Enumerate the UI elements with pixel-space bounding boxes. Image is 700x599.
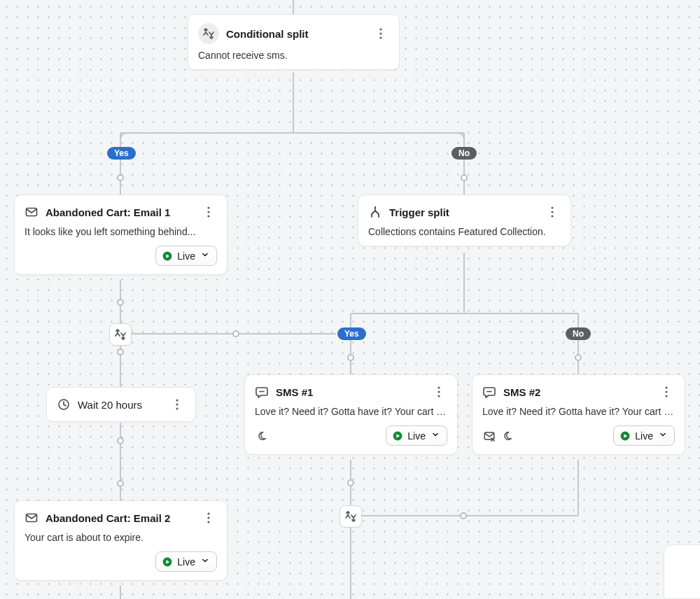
play-icon	[162, 251, 173, 262]
node-menu-button[interactable]	[430, 383, 447, 400]
status-dropdown[interactable]: Live	[155, 551, 217, 572]
branch-label-no: No	[566, 327, 591, 340]
play-icon	[162, 556, 173, 568]
node-menu-button[interactable]	[169, 396, 186, 413]
mail-skip-icon	[482, 429, 496, 443]
mail-icon	[24, 205, 38, 219]
svg-point-26	[348, 480, 354, 486]
status-label: Live	[407, 430, 426, 442]
node-trigger-split[interactable]: Trigger split Collections contains Featu…	[358, 195, 571, 246]
svg-point-24	[118, 481, 123, 486]
node-title: SMS #2	[503, 386, 651, 398]
svg-point-25	[118, 438, 123, 444]
node-title: Trigger split	[389, 206, 537, 218]
node-menu-button[interactable]	[200, 204, 217, 220]
node-menu-button[interactable]	[200, 509, 217, 526]
status-dropdown[interactable]: Live	[386, 425, 447, 446]
status-label: Live	[177, 251, 195, 262]
svg-point-17	[118, 175, 123, 181]
svg-point-19	[118, 300, 123, 305]
branch-label-yes: Yes	[337, 327, 366, 340]
minimap-panel[interactable]	[664, 544, 700, 599]
sms-icon	[482, 385, 496, 399]
svg-point-21	[118, 349, 123, 355]
moon-icon	[255, 429, 269, 443]
node-description: Cannot receive sms.	[198, 50, 389, 61]
node-menu-button[interactable]	[372, 25, 389, 42]
node-sms-2[interactable]: SMS #2 Love it? Need it? Gotta have it? …	[472, 374, 685, 455]
chevron-down-icon	[200, 555, 211, 568]
node-email-1[interactable]: Abandoned Cart: Email 1 It looks like yo…	[14, 195, 227, 275]
mail-icon	[24, 511, 38, 525]
node-conditional-split[interactable]: Conditional split Cannot receive sms.	[188, 14, 400, 70]
node-sms-1[interactable]: SMS #1 Love it? Need it? Gotta have it? …	[244, 374, 458, 455]
node-title: Conditional split	[226, 28, 365, 40]
svg-point-27	[461, 513, 466, 519]
node-description: Collections contains Featured Collection…	[368, 226, 561, 237]
status-label: Live	[635, 430, 653, 442]
branch-icon	[368, 205, 382, 219]
status-dropdown[interactable]: Live	[155, 246, 217, 266]
node-description: Love it? Need it? Gotta have it? Your ca…	[482, 406, 675, 417]
play-icon	[620, 430, 631, 442]
status-dropdown[interactable]: Live	[613, 425, 675, 446]
status-label: Live	[177, 556, 195, 568]
branch-label-no: No	[451, 147, 477, 160]
node-title: SMS #1	[276, 386, 424, 398]
split-icon	[198, 23, 219, 44]
chevron-down-icon	[200, 249, 211, 262]
node-description: It looks like you left something behind.…	[24, 226, 217, 237]
node-title: Abandoned Cart: Email 2	[46, 512, 193, 524]
svg-point-23	[575, 355, 581, 360]
node-menu-button[interactable]	[658, 383, 675, 400]
node-description: Love it? Need it? Gotta have it? Your ca…	[255, 406, 447, 417]
merge-junction[interactable]	[109, 323, 132, 346]
node-menu-button[interactable]	[544, 204, 561, 220]
node-title: Abandoned Cart: Email 1	[46, 206, 193, 218]
moon-icon	[500, 429, 514, 443]
node-description: Your cart is about to expire.	[24, 532, 217, 543]
node-email-2[interactable]: Abandoned Cart: Email 2 Your cart is abo…	[14, 500, 227, 581]
svg-point-20	[233, 331, 239, 337]
branch-label-yes: Yes	[107, 147, 136, 160]
sms-icon	[255, 385, 269, 399]
chevron-down-icon	[430, 429, 441, 442]
node-title: Wait 20 hours	[78, 399, 162, 411]
clock-icon	[57, 397, 71, 411]
svg-point-22	[348, 355, 354, 360]
chevron-down-icon	[657, 429, 668, 442]
node-wait[interactable]: Wait 20 hours	[46, 387, 196, 422]
play-icon	[392, 430, 403, 442]
svg-point-18	[461, 175, 467, 181]
merge-junction[interactable]	[340, 505, 362, 528]
